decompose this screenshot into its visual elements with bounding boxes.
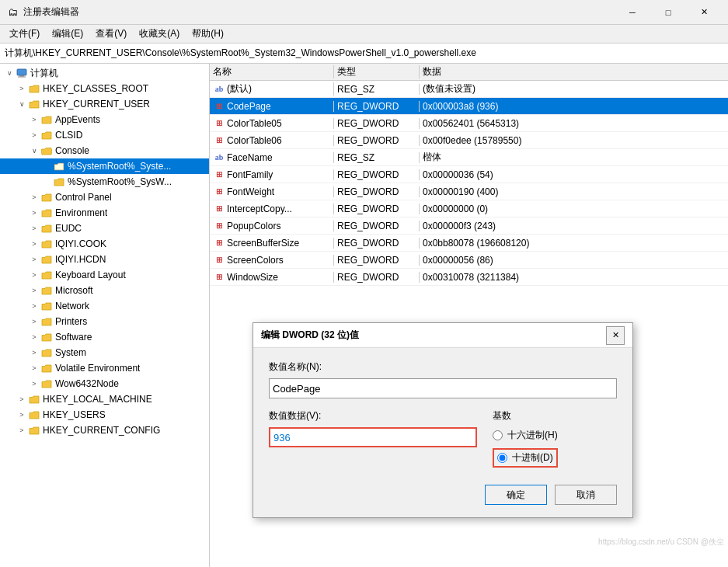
value-base-row: 数值数据(V): 基数 十六进制(H) 十进制(D) bbox=[269, 409, 617, 474]
folder-icon bbox=[53, 161, 65, 172]
row-name: ⊞ ColorTable06 bbox=[210, 135, 334, 146]
menu-file[interactable]: 文件(F) bbox=[3, 26, 46, 42]
row-type: REG_DWORD bbox=[334, 272, 420, 283]
dec-radio[interactable] bbox=[497, 453, 507, 463]
tree-item-microsoft[interactable]: > Microsoft bbox=[0, 283, 209, 298]
watermark: https://blog.csdn.net/u CSDN @佚尘 bbox=[598, 537, 724, 548]
row-type: REG_DWORD bbox=[334, 186, 420, 197]
window-controls: ─ □ ✕ bbox=[615, 0, 722, 25]
hex-radio[interactable] bbox=[493, 430, 503, 440]
tree-item-system[interactable]: > System bbox=[0, 345, 209, 360]
tree-label: Keyboard Layout bbox=[55, 270, 126, 280]
detail-row[interactable]: ⊞ ColorTable06 REG_DWORD 0x00f0edee (157… bbox=[210, 132, 728, 149]
name-input[interactable] bbox=[269, 378, 617, 398]
ok-button[interactable]: 确定 bbox=[485, 485, 547, 505]
tree-item-sysw[interactable]: %SystemRoot%_SysW... bbox=[0, 174, 209, 190]
value-input[interactable] bbox=[269, 427, 477, 447]
expand-icon: > bbox=[28, 287, 40, 294]
detail-row[interactable]: ab FaceName REG_SZ 楷体 bbox=[210, 149, 728, 166]
tree-item-wow6432[interactable]: > Wow6432Node bbox=[0, 376, 209, 391]
tree-item-clsid[interactable]: > CLSID bbox=[0, 127, 209, 143]
col-type-header: 类型 bbox=[334, 65, 420, 78]
dword-icon: ⊞ bbox=[213, 203, 225, 214]
tree-item-hkcu[interactable]: ∨ HKEY_CURRENT_USER bbox=[0, 96, 209, 112]
menu-favorites[interactable]: 收藏夹(A) bbox=[133, 26, 186, 42]
hive-icon bbox=[28, 83, 40, 94]
ab-icon: ab bbox=[213, 84, 225, 95]
dec-radio-row: 十进制(D) bbox=[493, 448, 558, 468]
tree-item-network[interactable]: > Network bbox=[0, 298, 209, 314]
minimize-button[interactable]: ─ bbox=[615, 0, 650, 25]
tree-item-console[interactable]: ∨ Console bbox=[0, 143, 209, 158]
tree-item-hkcr[interactable]: > HKEY_CLASSES_ROOT bbox=[0, 81, 209, 96]
tree-item-software[interactable]: > Software bbox=[0, 329, 209, 345]
tree-item-eudc[interactable]: > EUDC bbox=[0, 221, 209, 236]
tree-item-appevents[interactable]: > AppEvents bbox=[0, 112, 209, 127]
tree-item-printers[interactable]: > Printers bbox=[0, 314, 209, 329]
hive-icon bbox=[28, 409, 40, 420]
tree-label: HKEY_CURRENT_CONFIG bbox=[43, 425, 160, 436]
expand-icon: > bbox=[16, 426, 28, 434]
menu-help[interactable]: 帮助(H) bbox=[186, 26, 230, 42]
cancel-button[interactable]: 取消 bbox=[555, 485, 617, 505]
tree-item-computer[interactable]: ∨ 计算机 bbox=[0, 65, 209, 81]
folder-icon bbox=[40, 238, 53, 249]
close-button[interactable]: ✕ bbox=[686, 0, 722, 25]
tree-item-hklm[interactable]: > HKEY_LOCAL_MACHINE bbox=[0, 391, 209, 407]
detail-row[interactable]: ⊞ WindowSize REG_DWORD 0x00310078 (32113… bbox=[210, 269, 728, 286]
detail-row[interactable]: ⊞ FontFamily REG_DWORD 0x00000036 (54) bbox=[210, 166, 728, 183]
computer-icon bbox=[16, 68, 28, 78]
detail-row[interactable]: ⊞ PopupColors REG_DWORD 0x000000f3 (243) bbox=[210, 217, 728, 235]
row-data: 楷体 bbox=[420, 151, 728, 164]
menu-view[interactable]: 查看(V) bbox=[89, 26, 133, 42]
folder-icon bbox=[40, 192, 53, 203]
tree-item-hkcc[interactable]: > HKEY_CURRENT_CONFIG bbox=[0, 423, 209, 438]
row-type: REG_DWORD bbox=[334, 169, 420, 180]
menu-edit[interactable]: 编辑(E) bbox=[46, 26, 89, 42]
tree-item-environment[interactable]: > Environment bbox=[0, 205, 209, 221]
detail-row[interactable]: ⊞ CodePage REG_DWORD 0x000003a8 (936) bbox=[210, 98, 728, 115]
detail-row[interactable]: ⊞ ScreenBufferSize REG_DWORD 0x0bb80078 … bbox=[210, 235, 728, 252]
dialog-close-button[interactable]: ✕ bbox=[606, 326, 625, 345]
tree-item-keyboard-layout[interactable]: > Keyboard Layout bbox=[0, 267, 209, 283]
maximize-button[interactable]: □ bbox=[650, 0, 686, 25]
tree-label: HKEY_CLASSES_ROOT bbox=[43, 83, 148, 94]
tree-label: %SystemRoot%_SysW... bbox=[68, 176, 172, 187]
detail-row[interactable]: ⊞ ScreenColors REG_DWORD 0x00000056 (86) bbox=[210, 252, 728, 269]
row-name: ⊞ FontWeight bbox=[210, 186, 334, 197]
detail-row[interactable]: ab (默认) REG_SZ (数值未设置) bbox=[210, 81, 728, 98]
svg-rect-1 bbox=[19, 75, 24, 77]
hex-label: 十六进制(H) bbox=[507, 429, 558, 442]
dialog-title: 编辑 DWORD (32 位)值 bbox=[261, 329, 606, 342]
tree-label: AppEvents bbox=[55, 114, 100, 125]
dword-icon: ⊞ bbox=[213, 272, 225, 283]
dword-icon: ⊞ bbox=[213, 186, 225, 197]
detail-row[interactable]: ⊞ ColorTable05 REG_DWORD 0x00562401 (564… bbox=[210, 115, 728, 132]
tree-item-powershell-selected[interactable]: %SystemRoot%_Syste... bbox=[0, 158, 209, 174]
expand-icon: > bbox=[28, 224, 40, 232]
row-type: REG_SZ bbox=[334, 152, 420, 163]
folder-icon bbox=[40, 223, 53, 234]
hive-icon bbox=[28, 394, 40, 405]
tree-item-hku[interactable]: > HKEY_USERS bbox=[0, 407, 209, 423]
tree-item-volatile-env[interactable]: > Volatile Environment bbox=[0, 360, 209, 376]
folder-icon bbox=[40, 207, 53, 218]
detail-row[interactable]: ⊞ FontWeight REG_DWORD 0x00000190 (400) bbox=[210, 183, 728, 200]
tree-item-iqiyi-cook[interactable]: > IQIYI.COOK bbox=[0, 236, 209, 252]
app-title: 注册表编辑器 bbox=[23, 5, 79, 19]
expand-icon: > bbox=[28, 256, 40, 263]
value-label: 数值数据(V): bbox=[269, 409, 477, 423]
dword-icon: ⊞ bbox=[213, 169, 225, 180]
value-section: 数值数据(V): bbox=[269, 409, 477, 474]
tree-label: Environment bbox=[55, 207, 107, 218]
detail-row[interactable]: ⊞ InterceptCopy... REG_DWORD 0x00000000 … bbox=[210, 200, 728, 217]
menu-bar: 文件(F) 编辑(E) 查看(V) 收藏夹(A) 帮助(H) bbox=[0, 25, 728, 43]
expand-icon: > bbox=[28, 240, 40, 248]
tree-item-iqiyi-hcdn[interactable]: > IQIYI.HCDN bbox=[0, 252, 209, 267]
folder-icon bbox=[40, 270, 53, 280]
folder-icon bbox=[40, 332, 53, 343]
tree-label: Volatile Environment bbox=[55, 363, 140, 374]
tree-item-controlpanel[interactable]: > Control Panel bbox=[0, 190, 209, 205]
tree-label: IQIYI.COOK bbox=[55, 238, 106, 249]
row-name: ⊞ FontFamily bbox=[210, 169, 334, 180]
